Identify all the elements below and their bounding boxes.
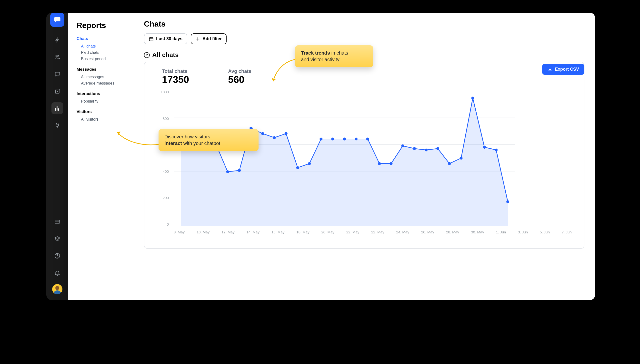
svg-point-17 [226, 170, 229, 173]
metric-avg: Avg chats 560 [228, 68, 251, 85]
help-icon [54, 253, 61, 259]
report-item[interactable]: Popularity [77, 98, 137, 104]
report-group-visitors[interactable]: Visitors [77, 110, 137, 114]
x-tick: 12. May [221, 230, 234, 234]
report-item[interactable]: Average messages [77, 80, 137, 86]
svg-point-23 [296, 166, 299, 169]
y-tick: 800 [163, 116, 169, 120]
report-group-chats[interactable]: Chats [77, 36, 137, 41]
report-item[interactable]: All chats [77, 43, 137, 50]
arrow-to-metric-icon [268, 57, 297, 86]
report-item[interactable]: Busiest period [77, 56, 137, 62]
x-tick: 22. May [346, 230, 359, 234]
svg-point-35 [436, 147, 439, 150]
svg-point-5 [55, 286, 59, 290]
calendar-icon [149, 36, 154, 42]
user-avatar[interactable] [52, 284, 63, 294]
nav-analytics-button[interactable] [52, 102, 63, 114]
section-title: All chats [152, 51, 179, 59]
y-tick: 400 [163, 169, 169, 174]
report-group-interactions[interactable]: Interactions [77, 91, 137, 96]
x-tick: 7. Jun [562, 230, 572, 234]
report-item[interactable]: All messages [77, 74, 137, 80]
svg-point-22 [285, 132, 287, 135]
x-axis-labels: 8. May10. May12. May14. May16. May18. Ma… [174, 230, 572, 234]
bell-icon [54, 270, 61, 276]
report-item[interactable]: All visitors [77, 116, 137, 122]
svg-point-20 [261, 132, 264, 135]
users-icon [54, 54, 61, 60]
callout-left-line1: Discover how visitors [164, 134, 210, 139]
reports-title: Reports [77, 21, 137, 30]
add-filter-button[interactable]: Add filter [191, 34, 227, 44]
nav-plug-button[interactable] [52, 120, 63, 131]
svg-point-36 [448, 162, 451, 165]
help-icon[interactable]: ? [144, 52, 150, 58]
chat-bubble-icon [54, 16, 61, 24]
nav-bell-button[interactable] [52, 267, 63, 279]
nav-card-button[interactable] [52, 216, 63, 228]
download-icon [548, 67, 552, 72]
report-group-messages[interactable]: Messages [77, 67, 137, 72]
x-tick: 30. May [471, 230, 484, 234]
bolt-icon [54, 37, 61, 43]
svg-point-33 [413, 147, 416, 150]
plus-icon [196, 37, 200, 41]
export-label: Export CSV [555, 67, 579, 72]
date-range-pill[interactable]: Last 30 days [144, 34, 187, 44]
metrics-row: Total chats 17350 Avg chats 560 [162, 68, 577, 85]
add-filter-label: Add filter [202, 36, 222, 42]
x-tick: 22. May [371, 230, 384, 234]
content-area: Chats Last 30 days Add filter ? All chat… [141, 13, 595, 300]
svg-point-38 [471, 97, 474, 100]
svg-point-18 [238, 169, 241, 172]
callout-left-bold: interact [164, 140, 182, 146]
svg-point-29 [366, 138, 369, 140]
svg-point-30 [378, 162, 381, 165]
export-csv-button[interactable]: Export CSV [542, 64, 584, 75]
x-tick: 3. Jun [518, 230, 528, 234]
svg-rect-6 [150, 38, 153, 41]
plug-icon [54, 122, 61, 128]
svg-point-37 [460, 157, 463, 160]
nav-bolt-button[interactable] [52, 34, 63, 46]
nav-rail [46, 13, 68, 300]
chat-icon [54, 71, 61, 77]
nav-users-button[interactable] [52, 51, 63, 63]
app-surface: Reports ChatsAll chatsPaid chatsBusiest … [68, 13, 595, 300]
report-item[interactable]: Paid chats [77, 50, 137, 56]
y-axis-labels: 10008006004002000 [157, 90, 169, 226]
nav-help-button[interactable] [52, 250, 63, 262]
nav-archive-button[interactable] [52, 85, 63, 97]
reports-sidebar: Reports ChatsAll chatsPaid chatsBusiest … [68, 13, 141, 300]
nav-chat-button[interactable] [52, 68, 63, 80]
metric-total: Total chats 17350 [162, 68, 189, 85]
svg-point-40 [495, 148, 498, 151]
x-tick: 10. May [197, 230, 209, 234]
x-tick: 14. May [247, 230, 259, 234]
nav-grad-cap-button[interactable] [52, 233, 63, 244]
x-tick: 28. May [446, 230, 459, 234]
y-tick: 0 [167, 222, 169, 226]
x-tick: 8. May [174, 230, 185, 234]
svg-point-27 [343, 138, 346, 140]
y-tick: 1000 [161, 90, 169, 94]
x-tick: 24. May [396, 230, 409, 234]
metric-total-value: 17350 [162, 74, 189, 85]
archive-icon [54, 88, 61, 94]
x-tick: 26. May [421, 230, 434, 234]
x-tick: 20. May [321, 230, 334, 234]
x-tick: 16. May [271, 230, 284, 234]
callout-left-rest: with your chatbot [182, 140, 220, 146]
filter-bar: Last 30 days Add filter [144, 34, 584, 44]
svg-point-41 [506, 200, 509, 203]
svg-rect-3 [55, 220, 60, 224]
svg-point-24 [308, 162, 311, 165]
svg-point-21 [273, 136, 276, 139]
metric-avg-label: Avg chats [228, 68, 251, 74]
metric-avg-value: 560 [228, 74, 251, 85]
date-range-label: Last 30 days [156, 36, 182, 42]
app-logo[interactable] [50, 13, 64, 27]
grad-cap-icon [54, 236, 61, 242]
page-title: Chats [144, 20, 584, 28]
